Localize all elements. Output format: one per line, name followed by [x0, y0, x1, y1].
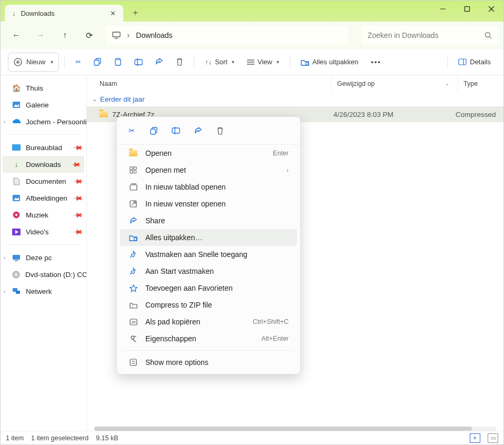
view-icon: [247, 59, 254, 65]
search-input[interactable]: Zoeken in Downloads: [361, 26, 498, 45]
close-tab-icon[interactable]: ✕: [110, 9, 116, 17]
sidebar-item-home[interactable]: 🏠 Thuis: [1, 80, 86, 96]
sort-button[interactable]: ↑↓ Sort ▾: [200, 53, 240, 72]
view-label: View: [258, 58, 272, 66]
sidebar-item-label: Jochem - Persoonli: [26, 118, 87, 126]
ctx-zip[interactable]: Compress to ZIP file: [120, 296, 297, 313]
network-icon: [12, 287, 21, 295]
sidebar-item-music[interactable]: Muziek 📌: [1, 206, 86, 223]
pin-icon: 📌: [73, 193, 84, 204]
ctx-pin-start[interactable]: Aan Start vastmaken: [120, 263, 297, 280]
sidebar-item-label: Deze pc: [26, 254, 52, 262]
copy-icon: [150, 127, 158, 135]
sidebar-item-downloads[interactable]: ↓ Downloads 📌: [3, 156, 84, 173]
refresh-button[interactable]: ⟳: [78, 26, 100, 45]
ctx-more-options[interactable]: Show more options: [120, 354, 297, 371]
maximize-button[interactable]: [455, 1, 479, 17]
new-tab-button[interactable]: ＋: [127, 5, 143, 21]
delete-icon: [176, 58, 183, 66]
cut-button[interactable]: ✂: [70, 53, 86, 72]
newwindow-icon: [129, 200, 138, 207]
statusbar: 1 item 1 item geselecteerd 9.15 kB ≡ ▭: [1, 431, 503, 444]
ctx-properties[interactable]: Eigenschappen Alt+Enter: [120, 330, 297, 347]
video-icon: [12, 228, 21, 236]
sidebar-item-thispc[interactable]: › Deze pc: [1, 249, 86, 266]
col-modified[interactable]: Gewijzigd op⌄: [331, 75, 458, 92]
rename-button[interactable]: [129, 53, 148, 72]
context-quick-actions: ✂: [117, 120, 300, 145]
forward-button[interactable]: →: [30, 26, 51, 45]
ctx-open-with[interactable]: Openen met ›: [120, 162, 297, 179]
sidebar-item-dvd[interactable]: Dvd-station (D:) CC: [1, 266, 86, 283]
extract-all-button[interactable]: Alles uitpakken: [295, 53, 363, 72]
ctx-new-window[interactable]: In nieuw venster openen: [120, 195, 297, 212]
close-window-button[interactable]: [479, 1, 503, 17]
svg-rect-12: [94, 60, 99, 65]
sidebar-item-label: Bureaublad: [26, 144, 62, 152]
sidebar-item-pictures[interactable]: Afbeeldingen 📌: [1, 190, 86, 206]
ctx-share-button[interactable]: [189, 122, 207, 139]
sidebar-item-gallery[interactable]: Galerie: [1, 96, 86, 113]
view-thumbnails-button[interactable]: ▭: [488, 433, 498, 443]
archive-icon: [100, 111, 108, 117]
view-button[interactable]: View ▾: [242, 53, 284, 72]
ctx-new-tab[interactable]: In nieuw tabblad openen: [120, 179, 297, 195]
horizontal-scrollbar[interactable]: [94, 427, 496, 431]
ctx-extract-all[interactable]: Alles uitpakken…: [120, 229, 297, 246]
group-header[interactable]: ⌄ Eerder dit jaar: [87, 92, 503, 106]
col-name[interactable]: Naam: [100, 80, 331, 87]
ctx-rename-button[interactable]: [166, 122, 185, 139]
sidebar-item-network[interactable]: › Netwerk: [1, 283, 86, 300]
chevron-right-icon: ›: [4, 289, 5, 294]
sidebar-item-videos[interactable]: Video's 📌: [1, 223, 86, 240]
ctx-cut-button[interactable]: ✂: [122, 122, 141, 139]
ctx-copy-path[interactable]: ab Als pad kopiëren Ctrl+Shift+C: [120, 313, 297, 330]
pc-icon: [12, 253, 21, 262]
window-controls: [431, 1, 503, 17]
sidebar-item-documents[interactable]: Documenten 📌: [1, 173, 86, 190]
ctx-favorites[interactable]: Toevoegen aan Favorieten: [120, 280, 297, 296]
pin-icon: 📌: [73, 176, 84, 187]
share-button[interactable]: [150, 53, 169, 72]
search-placeholder: Zoeken in Downloads: [368, 31, 439, 39]
paste-button[interactable]: [109, 53, 127, 72]
ctx-pin-quick[interactable]: Vastmaken aan Snelle toegang: [120, 246, 297, 263]
new-button[interactable]: Nieuw ▾: [8, 53, 59, 72]
svg-rect-43: [134, 167, 136, 170]
document-icon: [12, 177, 21, 185]
extract-icon: [301, 58, 309, 66]
gallery-icon: [12, 101, 21, 109]
tab-downloads[interactable]: ↓ Downloads ✕: [5, 5, 123, 22]
ctx-open[interactable]: Openen Enter: [120, 145, 297, 162]
extract-label: Alles uitpakken: [312, 58, 358, 66]
svg-rect-44: [130, 171, 133, 173]
minimize-button[interactable]: [431, 1, 455, 17]
breadcrumb-current[interactable]: Downloads: [136, 31, 172, 39]
copy-button[interactable]: [88, 53, 107, 72]
svg-rect-53: [130, 359, 136, 365]
up-button[interactable]: ↑: [54, 26, 75, 45]
back-button[interactable]: ←: [6, 26, 27, 45]
zip-icon: [129, 302, 138, 309]
col-type[interactable]: Type: [458, 75, 478, 92]
ctx-copy-button[interactable]: [144, 122, 163, 139]
sidebar: 🏠 Thuis Galerie › Jochem - Persoonli Bur…: [1, 75, 87, 432]
ctx-share[interactable]: Share: [120, 212, 297, 229]
ctx-delete-button[interactable]: [211, 122, 230, 139]
svg-line-7: [490, 37, 492, 39]
view-details-button[interactable]: ≡: [470, 433, 480, 443]
address-bar[interactable]: › Downloads: [106, 26, 348, 45]
separator: [290, 56, 290, 68]
svg-rect-40: [172, 128, 180, 133]
scrollbar-thumb[interactable]: [94, 427, 472, 431]
details-pane-button[interactable]: Details: [453, 53, 496, 72]
svg-rect-15: [135, 60, 142, 65]
chevron-right-icon: ›: [286, 167, 289, 173]
disc-icon: [12, 270, 20, 279]
sidebar-item-onedrive[interactable]: › Jochem - Persoonli: [1, 113, 86, 130]
sidebar-item-desktop[interactable]: Bureaublad 📌: [1, 139, 86, 156]
pin-icon: 📌: [73, 226, 84, 238]
more-button[interactable]: •••: [365, 53, 387, 72]
delete-button[interactable]: [171, 53, 189, 72]
chevron-down-icon: ▾: [51, 59, 53, 65]
